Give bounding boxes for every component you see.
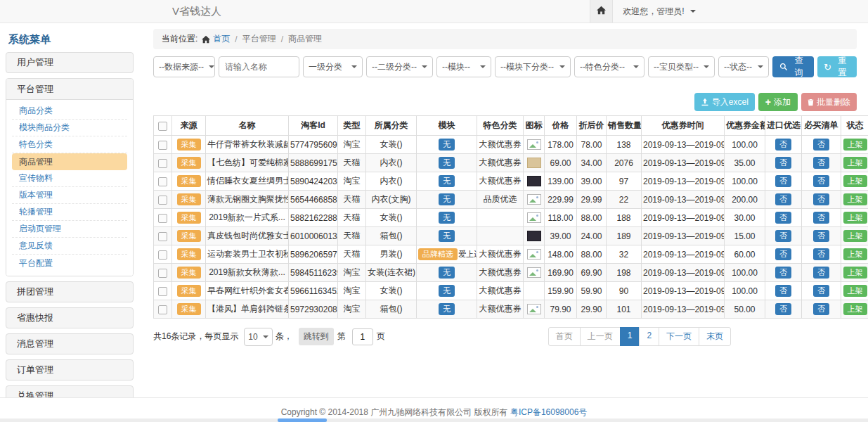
source-badge: 采集: [177, 248, 201, 260]
imported-badge[interactable]: 否: [775, 212, 791, 224]
sidebar-subitem[interactable]: 特色分类: [12, 136, 127, 153]
must-buy-badge[interactable]: 否: [813, 303, 829, 315]
must-buy-badge[interactable]: 否: [813, 230, 829, 242]
filter-select[interactable]: --模块下分类--: [495, 56, 571, 77]
home-button[interactable]: [590, 0, 613, 23]
imported-badge[interactable]: 否: [775, 193, 791, 205]
row-checkbox[interactable]: [158, 177, 167, 186]
status-badge[interactable]: 上架: [843, 212, 867, 224]
status-badge[interactable]: 上架: [843, 248, 867, 260]
reset-button[interactable]: ↻ 重置: [817, 56, 857, 77]
sidebar-subitem[interactable]: 版本管理: [12, 187, 127, 204]
select-all-checkbox[interactable]: [158, 122, 167, 131]
filter-select[interactable]: --二级分类--: [366, 56, 433, 77]
row-checkbox[interactable]: [158, 232, 167, 241]
sidebar-subitem[interactable]: 商品分类: [12, 103, 127, 120]
status-badge[interactable]: 上架: [843, 303, 867, 315]
module-badge: 无: [439, 212, 455, 224]
row-checkbox[interactable]: [158, 141, 167, 150]
page-button[interactable]: 下一页: [659, 327, 699, 346]
discount-price-cell: 88.00: [577, 245, 607, 264]
imported-badge[interactable]: 否: [775, 267, 791, 279]
status-badge[interactable]: 上架: [843, 267, 867, 279]
page-button[interactable]: 2: [639, 327, 659, 346]
sidebar-group-header[interactable]: 消息管理: [6, 333, 134, 354]
search-button[interactable]: 查询: [772, 56, 814, 77]
sidebar-subitem[interactable]: 启动页管理: [12, 221, 127, 238]
status-badge[interactable]: 上架: [843, 285, 867, 297]
data-source-select[interactable]: --数据来源--: [153, 56, 215, 77]
filter-select[interactable]: --状态--: [718, 56, 769, 77]
filter-select[interactable]: --宝贝类型--: [648, 56, 715, 77]
imported-badge[interactable]: 否: [775, 157, 791, 169]
jump-button[interactable]: 跳转到: [299, 328, 334, 345]
sidebar-group-header[interactable]: 省惠快报: [6, 307, 134, 328]
breadcrumb-link[interactable]: 首页: [213, 33, 230, 45]
sidebar-group-header[interactable]: 用户管理: [6, 52, 134, 73]
filter-select[interactable]: 一级分类: [303, 56, 363, 77]
sidebar-subitem-active[interactable]: 商品管理: [12, 153, 127, 170]
must-buy-badge[interactable]: 否: [813, 175, 829, 187]
status-badge[interactable]: 上架: [843, 139, 867, 151]
name-search-input[interactable]: [219, 56, 299, 77]
row-checkbox[interactable]: [158, 250, 167, 260]
must-buy-badge[interactable]: 否: [813, 285, 829, 297]
sidebar-group-header[interactable]: 平台管理: [6, 79, 133, 100]
row-checkbox[interactable]: [158, 305, 167, 314]
imported-badge[interactable]: 否: [775, 230, 791, 242]
jump-page-input[interactable]: [352, 328, 373, 345]
source-cell: 采集: [172, 136, 206, 154]
import-excel-button[interactable]: 导入excel: [694, 93, 755, 111]
batch-delete-button[interactable]: 批量删除: [801, 93, 857, 111]
page-button[interactable]: 末页: [699, 327, 731, 346]
feature-cell: 大额优惠券: [477, 282, 524, 300]
product-name-cell: 早春网红针织外套女春...: [206, 282, 289, 300]
sidebar-group-header[interactable]: 兑换管理: [6, 385, 134, 397]
row-checkbox[interactable]: [158, 287, 167, 296]
discount-price-cell: 34.00: [577, 154, 607, 172]
status-badge[interactable]: 上架: [843, 230, 867, 242]
page-button[interactable]: 1: [620, 327, 640, 346]
must-buy-badge[interactable]: 否: [813, 212, 829, 224]
column-header: 来源: [172, 116, 206, 136]
sidebar-subitem[interactable]: 轮播管理: [12, 204, 127, 221]
status-badge[interactable]: 上架: [843, 193, 867, 205]
chevron-down-icon: [422, 65, 427, 68]
must-buy-badge[interactable]: 否: [813, 193, 829, 205]
add-button[interactable]: + 添加: [758, 93, 798, 111]
imported-badge[interactable]: 否: [775, 139, 791, 151]
product-thumbnail: [527, 267, 541, 278]
sidebar-group-header[interactable]: 订单管理: [6, 359, 134, 381]
filter-selects: 一级分类--二级分类----模块----模块下分类----特色分类----宝贝类…: [303, 56, 772, 77]
row-checkbox[interactable]: [158, 214, 167, 223]
imported-badge[interactable]: 否: [775, 303, 791, 315]
user-menu[interactable]: 欢迎您，管理员!: [623, 6, 696, 18]
must-buy-badge[interactable]: 否: [813, 157, 829, 169]
must-buy-badge[interactable]: 否: [813, 267, 829, 279]
column-header: 所属分类: [366, 116, 417, 136]
table-row: 采集情侣睡衣女夏丝绸男士...589042420344淘宝内衣()无大额优惠券1…: [154, 172, 868, 191]
column-header: 状态: [841, 116, 868, 136]
must-buy-badge[interactable]: 否: [813, 139, 829, 151]
sidebar-subitem[interactable]: 意见反馈: [12, 238, 127, 255]
imported-badge[interactable]: 否: [775, 175, 791, 187]
status-badge[interactable]: 上架: [843, 157, 867, 169]
sidebar-subitem[interactable]: 模块商品分类: [12, 120, 127, 136]
sidebar-group-header[interactable]: 拼团管理: [6, 281, 134, 302]
sidebar-subitem[interactable]: 平台配置: [12, 255, 127, 271]
page-size-select[interactable]: 10: [244, 328, 272, 346]
row-checkbox[interactable]: [158, 159, 167, 168]
must-buy-badge[interactable]: 否: [813, 248, 829, 260]
sidebar-subitem[interactable]: 宣传物料: [12, 170, 127, 187]
row-checkbox[interactable]: [158, 196, 167, 205]
icp-link[interactable]: 粤ICP备16098006号: [510, 407, 587, 417]
imported-badge[interactable]: 否: [775, 248, 791, 260]
horizontal-scrollbar[interactable]: [0, 418, 868, 422]
filter-select[interactable]: --模块--: [436, 56, 491, 77]
row-checkbox[interactable]: [158, 269, 167, 278]
scrollbar-thumb[interactable]: [278, 418, 327, 422]
module-badge: 无: [439, 193, 455, 205]
imported-badge[interactable]: 否: [775, 285, 791, 297]
filter-select[interactable]: --特色分类--: [574, 56, 644, 77]
status-badge[interactable]: 上架: [843, 175, 867, 187]
